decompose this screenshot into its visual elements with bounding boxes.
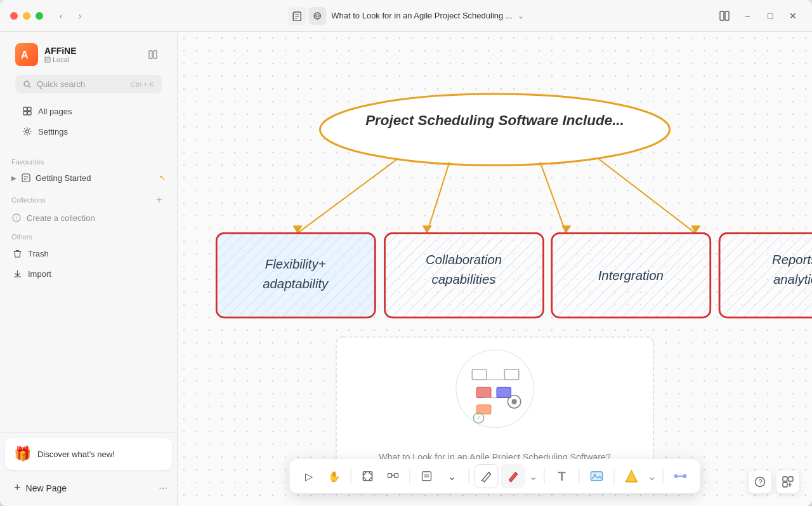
search-bar[interactable]: Quick search Ctrl + K: [15, 75, 162, 93]
window-minimize-button[interactable]: −: [738, 7, 756, 25]
minimize-button[interactable]: [23, 12, 30, 20]
svg-text:i: i: [16, 215, 17, 222]
close-button[interactable]: [10, 12, 18, 20]
bottom-toolbar: ▷ ✋ ⌄: [290, 459, 700, 493]
toolbar-separator-4: [544, 469, 545, 484]
svg-point-27: [320, 94, 669, 165]
toolbar-separator-1: [351, 469, 351, 484]
workspace-name: AFFiNE: [44, 46, 77, 56]
note-tool-button[interactable]: [416, 465, 438, 488]
gift-icon: 🎁: [14, 446, 31, 462]
window-close-button[interactable]: ✕: [784, 7, 802, 25]
svg-rect-68: [363, 472, 372, 481]
pen-red-tool[interactable]: [501, 464, 525, 488]
workspace-info: AFFiNE Local: [44, 46, 77, 63]
select-tool-button[interactable]: ▷: [298, 465, 320, 488]
shape-connector-button[interactable]: [382, 465, 405, 488]
text-tool-button[interactable]: T: [550, 464, 574, 488]
svg-rect-17: [23, 112, 27, 116]
collections-label: Collections +: [0, 187, 177, 209]
svg-text:Flexibility+: Flexibility+: [265, 258, 326, 272]
search-shortcut: Ctrl + K: [131, 81, 154, 88]
titlebar-center: What to Look for in an Agile Project Sch…: [288, 7, 523, 25]
svg-marker-33: [293, 225, 303, 233]
svg-point-86: [674, 474, 678, 478]
pen-expand-button[interactable]: ⌄: [528, 470, 539, 483]
getting-started-icon: [20, 172, 32, 183]
sidebar: A AFFiNE Local Q: [0, 32, 178, 506]
svg-point-13: [24, 81, 29, 86]
svg-rect-91: [789, 477, 793, 481]
document-title: What to Look for in an Agile Project Sch…: [331, 11, 512, 20]
canvas-content[interactable]: Project Scheduling Software Include...: [178, 32, 812, 506]
svg-text:Project Scheduling Software In: Project Scheduling Software Include...: [365, 112, 624, 128]
svg-line-31: [540, 162, 566, 233]
new-page-label: New Page: [26, 483, 67, 493]
svg-rect-59: [497, 387, 511, 397]
add-collection-button[interactable]: +: [153, 194, 166, 206]
window-maximize-button[interactable]: □: [761, 7, 779, 25]
sidebar-item-import[interactable]: Import: [5, 263, 172, 284]
svg-rect-92: [783, 483, 787, 487]
sidebar-collapse-button[interactable]: [144, 46, 162, 63]
edgeless-mode-icon[interactable]: [308, 7, 326, 25]
svg-marker-36: [691, 225, 700, 233]
titlebar-right-controls: − □ ✕: [716, 7, 802, 25]
svg-text:?: ?: [759, 478, 763, 486]
sidebar-item-all-pages[interactable]: All pages: [15, 101, 162, 121]
search-placeholder: Quick search: [37, 79, 126, 89]
nav-section: All pages Settings: [10, 98, 167, 144]
note-expand-button[interactable]: ⌄: [441, 465, 464, 488]
more-options-button[interactable]: ···: [154, 479, 172, 497]
frame-tool-button[interactable]: [357, 465, 379, 488]
svg-text:✓: ✓: [476, 414, 481, 421]
workspace-avatar: A: [15, 43, 38, 66]
new-page-plus-icon: +: [14, 481, 21, 495]
title-chevron-icon[interactable]: ⌄: [518, 11, 524, 20]
help-button[interactable]: ?: [749, 470, 771, 493]
grid-view-button[interactable]: [776, 470, 799, 493]
svg-rect-6: [725, 11, 729, 20]
shape-expand-button[interactable]: ⌄: [646, 470, 658, 483]
pen-white-tool[interactable]: [475, 464, 499, 488]
svg-rect-80: [422, 472, 431, 481]
hand-tool-button[interactable]: ✋: [323, 465, 346, 488]
sidebar-bottom: 🎁 Discover what's new! + New Page ···: [0, 432, 177, 506]
doc-mode-icon[interactable]: [288, 7, 306, 25]
svg-rect-11: [149, 51, 152, 58]
all-pages-icon: [22, 105, 33, 117]
svg-rect-40: [216, 233, 375, 317]
toolbar-separator-3: [469, 469, 469, 484]
getting-started-chevron-icon: ▶: [11, 175, 16, 182]
search-icon: [23, 80, 32, 89]
sidebar-item-getting-started[interactable]: ▶ Getting Started ↖: [5, 168, 172, 187]
shape-tool-button[interactable]: [620, 464, 644, 488]
svg-rect-77: [388, 474, 392, 477]
layout-toggle-button[interactable]: [716, 7, 733, 25]
svg-line-30: [427, 162, 450, 233]
svg-text:Intergration: Intergration: [598, 269, 664, 283]
connector-tool-button[interactable]: [669, 464, 693, 488]
settings-label: Settings: [38, 127, 68, 136]
main-layout: A AFFiNE Local Q: [0, 32, 812, 506]
workspace-type: Local: [44, 56, 77, 63]
image-tool-button[interactable]: [585, 464, 609, 488]
create-collection-button[interactable]: i Create a collection: [5, 209, 172, 227]
back-button[interactable]: ‹: [53, 8, 69, 23]
svg-rect-18: [28, 112, 32, 116]
collections-section: Collections + i Create a collection: [0, 187, 177, 227]
svg-rect-8: [45, 57, 50, 62]
sidebar-top: A AFFiNE Local Q: [0, 32, 177, 152]
sidebar-item-trash[interactable]: Trash: [5, 243, 172, 263]
svg-line-29: [298, 159, 398, 233]
new-page-button[interactable]: + New Page: [5, 475, 75, 501]
svg-marker-85: [626, 470, 638, 482]
workspace-selector[interactable]: A AFFiNE Local: [10, 39, 167, 70]
discover-card[interactable]: 🎁 Discover what's new!: [5, 438, 172, 470]
svg-text:A: A: [21, 50, 29, 60]
svg-line-32: [598, 159, 695, 233]
sidebar-item-settings[interactable]: Settings: [15, 121, 162, 142]
maximize-button[interactable]: [36, 12, 43, 20]
forward-button[interactable]: ›: [72, 8, 88, 23]
svg-point-19: [26, 130, 29, 133]
